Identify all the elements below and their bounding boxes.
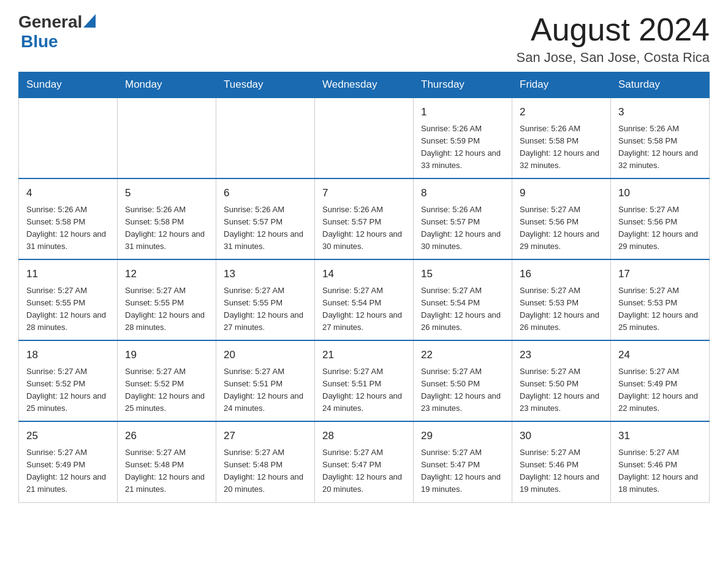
day-number: 2 [520, 104, 603, 120]
column-header-saturday: Saturday [611, 72, 710, 98]
day-number: 30 [520, 428, 603, 444]
calendar-cell: 10Sunrise: 5:27 AMSunset: 5:56 PMDayligh… [611, 178, 710, 259]
calendar-cell: 14Sunrise: 5:27 AMSunset: 5:54 PMDayligh… [315, 259, 414, 340]
week-row-5: 25Sunrise: 5:27 AMSunset: 5:49 PMDayligh… [19, 421, 710, 502]
calendar-cell: 4Sunrise: 5:26 AMSunset: 5:58 PMDaylight… [19, 178, 118, 259]
day-info: Sunrise: 5:27 AMSunset: 5:53 PMDaylight:… [618, 285, 702, 334]
day-info: Sunrise: 5:27 AMSunset: 5:48 PMDaylight:… [224, 446, 307, 496]
day-info: Sunrise: 5:27 AMSunset: 5:46 PMDaylight:… [520, 446, 603, 496]
column-header-tuesday: Tuesday [216, 72, 315, 98]
calendar-cell: 21Sunrise: 5:27 AMSunset: 5:51 PMDayligh… [315, 340, 414, 421]
title-section: August 2024 San Jose, San Jose, Costa Ri… [517, 12, 710, 66]
day-info: Sunrise: 5:27 AMSunset: 5:49 PMDaylight:… [618, 366, 702, 415]
day-info: Sunrise: 5:26 AMSunset: 5:58 PMDaylight:… [520, 123, 603, 172]
calendar-cell: 17Sunrise: 5:27 AMSunset: 5:53 PMDayligh… [611, 259, 710, 340]
logo-general: General [18, 12, 82, 32]
calendar-cell: 18Sunrise: 5:27 AMSunset: 5:52 PMDayligh… [19, 340, 118, 421]
calendar-table: SundayMondayTuesdayWednesdayThursdayFrid… [18, 72, 710, 502]
day-number: 1 [421, 104, 504, 120]
day-info: Sunrise: 5:26 AMSunset: 5:57 PMDaylight:… [322, 204, 406, 253]
column-header-thursday: Thursday [414, 72, 512, 98]
day-number: 31 [618, 428, 702, 444]
day-number: 23 [520, 347, 603, 363]
day-info: Sunrise: 5:26 AMSunset: 5:58 PMDaylight:… [125, 204, 208, 253]
day-number: 5 [125, 185, 208, 201]
day-info: Sunrise: 5:27 AMSunset: 5:52 PMDaylight:… [125, 366, 208, 415]
day-info: Sunrise: 5:27 AMSunset: 5:53 PMDaylight:… [520, 285, 603, 334]
day-info: Sunrise: 5:27 AMSunset: 5:54 PMDaylight:… [421, 285, 504, 334]
calendar-cell: 16Sunrise: 5:27 AMSunset: 5:53 PMDayligh… [512, 259, 611, 340]
day-info: Sunrise: 5:26 AMSunset: 5:57 PMDaylight:… [421, 204, 504, 253]
day-info: Sunrise: 5:27 AMSunset: 5:50 PMDaylight:… [421, 366, 504, 415]
day-number: 29 [421, 428, 504, 444]
calendar-cell: 11Sunrise: 5:27 AMSunset: 5:55 PMDayligh… [19, 259, 118, 340]
day-number: 19 [125, 347, 208, 363]
day-number: 4 [26, 185, 110, 201]
calendar-cell: 6Sunrise: 5:26 AMSunset: 5:57 PMDaylight… [216, 178, 315, 259]
calendar-cell: 26Sunrise: 5:27 AMSunset: 5:48 PMDayligh… [118, 421, 216, 502]
day-number: 18 [26, 347, 110, 363]
calendar-cell: 15Sunrise: 5:27 AMSunset: 5:54 PMDayligh… [414, 259, 512, 340]
day-info: Sunrise: 5:27 AMSunset: 5:52 PMDaylight:… [26, 366, 110, 415]
column-header-sunday: Sunday [19, 72, 118, 98]
column-header-wednesday: Wednesday [315, 72, 414, 98]
calendar-cell: 31Sunrise: 5:27 AMSunset: 5:46 PMDayligh… [611, 421, 710, 502]
day-info: Sunrise: 5:26 AMSunset: 5:58 PMDaylight:… [26, 204, 110, 253]
month-title: August 2024 [517, 12, 710, 47]
day-number: 3 [618, 104, 702, 120]
calendar-cell [118, 98, 216, 178]
day-info: Sunrise: 5:27 AMSunset: 5:55 PMDaylight:… [26, 285, 110, 334]
calendar-cell: 7Sunrise: 5:26 AMSunset: 5:57 PMDaylight… [315, 178, 414, 259]
calendar-cell: 1Sunrise: 5:26 AMSunset: 5:59 PMDaylight… [414, 98, 512, 178]
day-number: 16 [520, 266, 603, 282]
calendar-cell [19, 98, 118, 178]
day-number: 15 [421, 266, 504, 282]
calendar-cell: 22Sunrise: 5:27 AMSunset: 5:50 PMDayligh… [414, 340, 512, 421]
day-number: 11 [26, 266, 110, 282]
day-info: Sunrise: 5:27 AMSunset: 5:56 PMDaylight:… [618, 204, 702, 253]
calendar-header-row: SundayMondayTuesdayWednesdayThursdayFrid… [19, 72, 710, 98]
week-row-3: 11Sunrise: 5:27 AMSunset: 5:55 PMDayligh… [19, 259, 710, 340]
calendar-cell: 29Sunrise: 5:27 AMSunset: 5:47 PMDayligh… [414, 421, 512, 502]
week-row-2: 4Sunrise: 5:26 AMSunset: 5:58 PMDaylight… [19, 178, 710, 259]
logo: General Blue [18, 12, 96, 52]
day-info: Sunrise: 5:27 AMSunset: 5:51 PMDaylight:… [322, 366, 406, 415]
day-number: 26 [125, 428, 208, 444]
day-info: Sunrise: 5:27 AMSunset: 5:47 PMDaylight:… [421, 446, 504, 496]
day-info: Sunrise: 5:26 AMSunset: 5:59 PMDaylight:… [421, 123, 504, 172]
column-header-friday: Friday [512, 72, 611, 98]
day-info: Sunrise: 5:26 AMSunset: 5:57 PMDaylight:… [224, 204, 307, 253]
day-number: 9 [520, 185, 603, 201]
location-title: San Jose, San Jose, Costa Rica [517, 50, 710, 66]
day-info: Sunrise: 5:27 AMSunset: 5:48 PMDaylight:… [125, 446, 208, 496]
svg-marker-0 [83, 14, 96, 28]
day-number: 25 [26, 428, 110, 444]
week-row-4: 18Sunrise: 5:27 AMSunset: 5:52 PMDayligh… [19, 340, 710, 421]
logo-blue: Blue [21, 32, 58, 51]
calendar-cell: 25Sunrise: 5:27 AMSunset: 5:49 PMDayligh… [19, 421, 118, 502]
day-number: 8 [421, 185, 504, 201]
day-number: 7 [322, 185, 406, 201]
calendar-cell: 23Sunrise: 5:27 AMSunset: 5:50 PMDayligh… [512, 340, 611, 421]
day-info: Sunrise: 5:27 AMSunset: 5:50 PMDaylight:… [520, 366, 603, 415]
week-row-1: 1Sunrise: 5:26 AMSunset: 5:59 PMDaylight… [19, 98, 710, 178]
calendar-cell: 5Sunrise: 5:26 AMSunset: 5:58 PMDaylight… [118, 178, 216, 259]
page-header: General Blue August 2024 San Jose, San J… [18, 12, 710, 66]
calendar-cell: 3Sunrise: 5:26 AMSunset: 5:58 PMDaylight… [611, 98, 710, 178]
day-info: Sunrise: 5:27 AMSunset: 5:47 PMDaylight:… [322, 446, 406, 496]
calendar-cell: 28Sunrise: 5:27 AMSunset: 5:47 PMDayligh… [315, 421, 414, 502]
calendar-cell [216, 98, 315, 178]
day-number: 13 [224, 266, 307, 282]
calendar-cell: 8Sunrise: 5:26 AMSunset: 5:57 PMDaylight… [414, 178, 512, 259]
day-number: 6 [224, 185, 307, 201]
calendar-cell: 2Sunrise: 5:26 AMSunset: 5:58 PMDaylight… [512, 98, 611, 178]
day-number: 21 [322, 347, 406, 363]
day-number: 14 [322, 266, 406, 282]
calendar-cell: 24Sunrise: 5:27 AMSunset: 5:49 PMDayligh… [611, 340, 710, 421]
day-info: Sunrise: 5:27 AMSunset: 5:55 PMDaylight:… [224, 285, 307, 334]
day-info: Sunrise: 5:27 AMSunset: 5:51 PMDaylight:… [224, 366, 307, 415]
calendar-cell: 20Sunrise: 5:27 AMSunset: 5:51 PMDayligh… [216, 340, 315, 421]
day-number: 10 [618, 185, 702, 201]
day-number: 17 [618, 266, 702, 282]
day-info: Sunrise: 5:27 AMSunset: 5:46 PMDaylight:… [618, 446, 702, 496]
